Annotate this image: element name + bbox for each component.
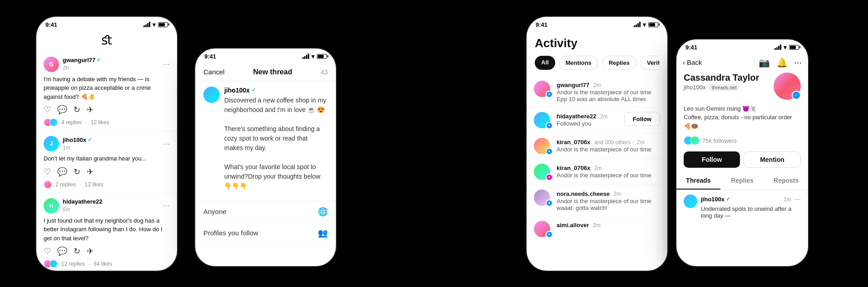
like-icon-2[interactable]: ♡: [44, 167, 51, 177]
compose-username: jiho100x ✓: [224, 87, 328, 94]
time-2: 9:41: [204, 53, 216, 60]
tab-reposts[interactable]: Reposts: [764, 172, 808, 190]
post-stats-2: 2 replies · 12 likes: [44, 180, 170, 189]
profile-post-more[interactable]: ···: [794, 195, 801, 204]
avatar-gwangurl77: G: [44, 57, 59, 72]
activity-text-2: hidayathere22 2m Followed you: [557, 112, 620, 127]
threads-logo: ﬆ: [101, 33, 112, 48]
activity-indicator-4: ●: [546, 174, 553, 181]
more-button-2[interactable]: ···: [163, 139, 170, 149]
share-icon-2[interactable]: ✈: [87, 167, 94, 177]
activity-time-1: 2m: [593, 82, 601, 88]
post-replies-3: 12 replies: [61, 261, 85, 267]
more-button-3[interactable]: ···: [163, 201, 170, 210]
activity-time-6: 2m: [593, 222, 601, 229]
post-replies-2: 2 replies: [55, 181, 76, 188]
verified-badge-1: ✓: [97, 57, 101, 63]
filter-mentions[interactable]: Mentions: [559, 56, 598, 70]
status-bar-3: 9:41 ▾: [527, 17, 667, 31]
phone-new-thread: 9:41 ▾ Cancel New thread 43: [195, 49, 336, 266]
filter-verified[interactable]: Verif...: [640, 56, 659, 70]
repost-icon-1[interactable]: ↻: [74, 105, 80, 115]
stat-av-6: [49, 260, 58, 268]
audience-follow-label: Profiles you follow: [203, 229, 258, 237]
bell-icon[interactable]: 🔔: [776, 57, 788, 68]
post-actions-2: ♡ 💬 ↻ ✈: [44, 167, 170, 177]
profile-handle: jiho100x threads.net: [684, 84, 774, 91]
filter-tabs: All Mentions Replies Verif...: [535, 56, 659, 70]
audience-profiles-follow[interactable]: Profiles you follow 👥: [195, 223, 336, 244]
mention-button[interactable]: Mention: [744, 151, 801, 168]
status-bar-4: 9:41 ▾: [676, 39, 808, 54]
activity-item-2: ● hidayathere22 2m Followed you Follow: [527, 107, 667, 133]
wifi-icon-1: ▾: [153, 21, 156, 28]
cancel-button[interactable]: Cancel: [203, 68, 225, 76]
chevron-left-icon: ‹: [683, 58, 685, 66]
post-likes-3: 64 likes: [94, 261, 112, 267]
audience-anyone[interactable]: Anyone 🌐: [195, 201, 336, 223]
activity-item-6: ● aimi.allover 2m: [527, 216, 667, 242]
post-likes-2: 12 likes: [85, 181, 104, 188]
stat-av-3: [44, 180, 52, 189]
post-username-3: hidayathere22: [63, 198, 159, 205]
compose-avatar: [203, 87, 220, 103]
bio-line-1: Leo sun Gemini rising 😈🃏: [684, 104, 801, 113]
audience-section: Anyone 🌐 Profiles you follow 👥: [195, 201, 336, 244]
profile-post-avatar: [684, 195, 697, 208]
comment-icon-3[interactable]: 💬: [57, 246, 67, 256]
activity-item-3: ● kiran_0706x and 300 others · 2m Andor …: [527, 133, 667, 159]
follow-profile-button[interactable]: Follow: [684, 151, 740, 168]
instagram-icon[interactable]: 📷: [759, 57, 770, 68]
profile-actions: Follow Mention: [676, 150, 808, 172]
profile-post-text: Underrated spots to unwind after a long …: [701, 205, 801, 219]
activity-time-5: 2m: [614, 191, 621, 197]
activity-avatars-4: ●: [534, 164, 552, 180]
repost-icon-3[interactable]: ↻: [74, 246, 80, 256]
activity-user-6: aimi.allover: [557, 222, 589, 229]
share-icon-3[interactable]: ✈: [87, 246, 94, 256]
activity-avatars-5: ●: [534, 190, 552, 206]
post-content-3: I just found out that my neighbor's dog …: [44, 216, 170, 243]
post-actions-1: ♡ 💬 ↻ ✈: [44, 105, 170, 115]
comment-icon-2[interactable]: 💬: [57, 167, 67, 177]
wifi-icon-2: ▾: [311, 53, 315, 60]
activity-time-4: 2m: [594, 165, 602, 171]
like-icon-3[interactable]: ♡: [44, 246, 51, 256]
activity-indicator-5: ●: [546, 199, 553, 207]
follow-button-hidayathere22[interactable]: Follow: [624, 112, 660, 126]
feed-post-2: J jiho100x ✓ 1m ··· Don't let my Italian…: [36, 131, 177, 194]
post-stats-1: 4 replies · 12 likes: [44, 118, 170, 126]
back-button[interactable]: ‹ Back: [683, 58, 702, 66]
activity-avatars-3: ●: [534, 138, 552, 154]
profile-tabs: Threads Replies Reposts: [676, 172, 808, 190]
filter-replies[interactable]: Replies: [602, 56, 636, 70]
filter-all[interactable]: All: [535, 56, 555, 70]
time-3: 9:41: [536, 21, 547, 28]
activity-avatars-1: ●: [534, 81, 552, 97]
tab-threads[interactable]: Threads: [676, 172, 720, 190]
comment-icon-1[interactable]: 💬: [57, 105, 67, 115]
like-icon-1[interactable]: ♡: [44, 105, 51, 115]
post-actions-3: ♡ 💬 ↻ ✈: [44, 246, 170, 256]
activity-item-1: ● gwangurl77 2m Andor is the masterpiece…: [527, 76, 667, 107]
phone-feed: 9:41 ▾ ﬆ G: [36, 17, 177, 271]
post-content-2: Don't let my Italian grandma hear you...: [44, 154, 170, 163]
verified-badge-2: ✓: [88, 137, 92, 143]
share-icon-1[interactable]: ✈: [87, 105, 94, 115]
activity-user-2: hidayathere22: [557, 113, 596, 120]
repost-icon-2[interactable]: ↻: [74, 167, 80, 177]
tab-replies[interactable]: Replies: [720, 172, 764, 190]
more-button-1[interactable]: ···: [163, 59, 170, 69]
battery-icon-4: [789, 45, 799, 50]
compose-verified: ✓: [252, 87, 256, 93]
battery-icon-3: [648, 22, 658, 27]
activity-indicator-3: ●: [546, 148, 553, 155]
phone-activity: 9:41 ▾ Activity All Mentions Repli: [527, 17, 667, 271]
profile-post-verified: ✓: [726, 196, 730, 202]
compose-area: jiho100x ✓ Discovered a new coffee shop …: [195, 81, 336, 196]
status-icons-4: ▾: [774, 44, 799, 51]
more-icon[interactable]: ···: [794, 57, 802, 68]
avatar-jiho100x: J: [44, 136, 59, 151]
compose-text[interactable]: Discovered a new coffee shop in my neigh…: [224, 96, 328, 191]
profile-followers: 75k followers: [676, 134, 808, 150]
